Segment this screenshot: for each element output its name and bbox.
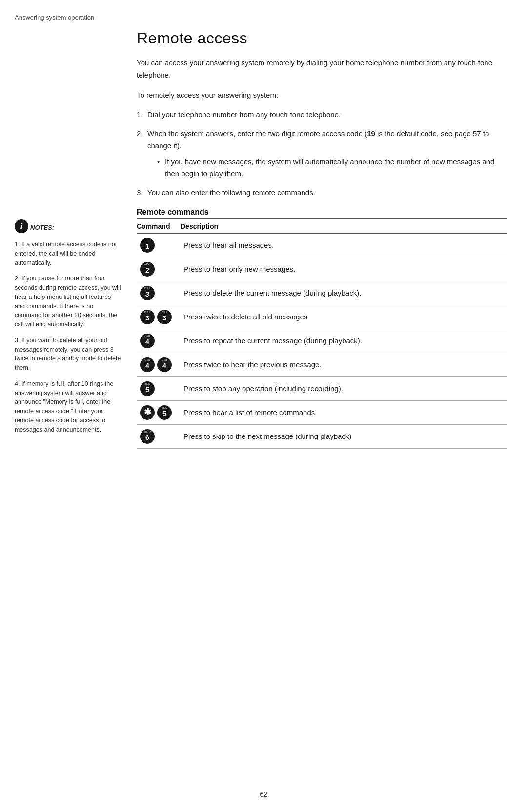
command-key-cell: MNO6 [137,424,181,448]
step-1: Dial your telephone number from any touc… [137,109,507,121]
key-btn-4: GHI4 [157,357,172,372]
table-row: DEF3Press to delete the current message … [137,281,507,305]
note-item-2: If you pause for more than four seconds … [15,274,121,329]
commands-title: Remote commands [137,208,507,219]
command-description-cell: Press to skip to the next message (durin… [181,424,507,448]
sidebar: i NOTES: If a valid remote access code i… [0,29,132,449]
page-number: 62 [260,791,267,798]
table-row: GHI4GHI4Press twice to hear the previous… [137,353,507,376]
command-key-cell: DEF3DEF3 [137,305,181,329]
table-row: ABC2Press to hear only new messages. [137,257,507,281]
command-key-cell: JKL5 [137,376,181,400]
notes-header: i NOTES: [15,219,121,235]
main-content: Remote access You can access your answer… [132,29,527,449]
notes-label: NOTES: [30,224,54,231]
command-key-cell: ✱JKL5 [137,400,181,424]
key-btn-3: DEF3 [140,310,155,324]
page-label: Answering system operation [15,14,94,21]
key-btn-4: GHI4 [140,357,155,372]
command-description-cell: Press to stop any operation (including r… [181,376,507,400]
command-key-cell: GHI4GHI4 [137,353,181,376]
key-btn-3: DEF3 [140,286,155,300]
command-description-cell: Press to hear only new messages. [181,257,507,281]
command-key-cell: 1 [137,233,181,257]
info-box: i NOTES: If a valid remote access code i… [15,219,121,434]
key-btn-6: MNO6 [140,429,155,444]
key-btn-2: ABC2 [140,262,155,277]
table-row: ✱JKL5Press to hear a list of remote comm… [137,400,507,424]
command-key-cell: GHI4 [137,329,181,353]
command-description-cell: Press to repeat the current message (dur… [181,329,507,353]
command-key-cell: ABC2 [137,257,181,281]
step-2: When the system answers, enter the two d… [137,128,507,180]
note-item-4: If memory is full, after 10 rings the an… [15,379,121,435]
table-row: MNO6Press to skip to the next message (d… [137,424,507,448]
table-row: DEF3DEF3Press twice to delete all old me… [137,305,507,329]
step-3: You can also enter the following remote … [137,187,507,199]
intro-paragraph-2: To remotely access your answering system… [137,89,507,101]
step-2-bullet-1: If you have new messages, the system wil… [157,156,507,180]
key-btn-5: JKL5 [157,405,172,420]
command-description-cell: Press twice to hear the previous message… [181,353,507,376]
col-description: Description [181,219,507,234]
key-btn-3: DEF3 [157,310,172,324]
table-row: 1Press to hear all messages. [137,233,507,257]
step-1-text: Dial your telephone number from any touc… [147,110,341,119]
info-icon: i [15,219,28,233]
step-3-text: You can also enter the following remote … [147,188,315,197]
intro-paragraph-1: You can access your answering system rem… [137,57,507,81]
command-description-cell: Press to hear a list of remote commands. [181,400,507,424]
commands-table: Command Description 1Press to hear all m… [137,219,507,449]
key-btn-4: GHI4 [140,334,155,348]
command-description-cell: Press to hear all messages. [181,233,507,257]
steps-list: Dial your telephone number from any touc… [137,109,507,199]
command-key-cell: DEF3 [137,281,181,305]
note-item-3: If you want to delete all your old messa… [15,336,121,373]
key-star: ✱ [140,405,155,420]
step-2-text-a: When the system answers, enter the two d… [147,129,489,150]
table-row: JKL5Press to stop any operation (includi… [137,376,507,400]
command-description-cell: Press twice to delete all old messages [181,305,507,329]
commands-section: Remote commands Command Description 1Pre… [137,208,507,449]
key-btn-5: JKL5 [140,381,155,396]
step-2-bullets: If you have new messages, the system wil… [147,156,507,180]
col-command: Command [137,219,181,234]
notes-list: If a valid remote access code is not ent… [15,240,121,434]
table-row: GHI4Press to repeat the current message … [137,329,507,353]
page-title: Remote access [137,29,507,47]
key-btn-1: 1 [140,238,155,253]
command-description-cell: Press to delete the current message (dur… [181,281,507,305]
note-item-1: If a valid remote access code is not ent… [15,240,121,267]
